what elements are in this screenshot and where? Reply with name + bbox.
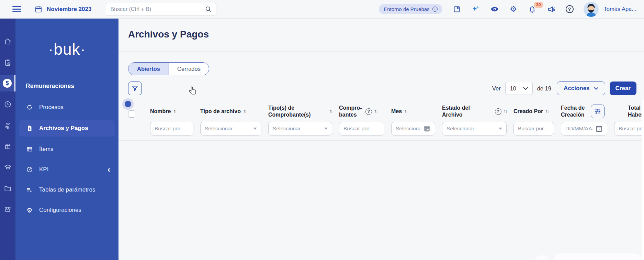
sort-icon[interactable]: ↑↓	[243, 109, 246, 114]
sparkles-ai-icon[interactable]	[471, 5, 480, 14]
column-header-nombre[interactable]: Nombre ↑↓	[150, 108, 193, 115]
filter-nombre	[150, 122, 193, 136]
filter-estado-del-archivo-select[interactable]: Seleccionar	[442, 122, 507, 136]
rail-clipboard-clock-icon[interactable]	[0, 54, 15, 71]
sidebar-item-configuraciones[interactable]: ⚙ Configuraciones	[19, 203, 115, 218]
title-divider	[118, 51, 644, 52]
filter-total-haberes-input[interactable]	[619, 126, 644, 132]
page-title: Archivos y Pagos	[128, 29, 644, 40]
column-header-fecha-de-creacion[interactable]: Fecha de Creación	[561, 105, 621, 118]
filter-tipos-de-comprobantes-select[interactable]: Seleccionar	[268, 122, 332, 136]
total-count-label: de 19	[537, 85, 551, 92]
column-header-tipo-de-archivo[interactable]: Tipo de archivo ↑↓	[200, 108, 261, 115]
environment-badge-label: Entorno de Pruebas	[384, 6, 429, 12]
column-header-creado-por[interactable]: Creado Por ↑↓	[513, 108, 554, 115]
dollar-icon: $	[3, 79, 12, 88]
column-label: Creado Por	[513, 108, 543, 115]
rail-store-icon[interactable]	[0, 201, 15, 217]
sort-icon[interactable]: ↑↓	[504, 109, 507, 114]
sort-icon[interactable]: ↑↓	[374, 109, 377, 114]
sidebar-section-title: Remuneraciones	[26, 83, 118, 90]
filter-button[interactable]	[128, 82, 142, 95]
topbar: Noviembre 2023 Entorno de Pruebas i	[0, 0, 644, 19]
filter-fecha-input[interactable]	[565, 126, 592, 132]
actions-button-label: Acciones	[564, 85, 590, 92]
calendar-icon[interactable]	[595, 125, 603, 132]
select-placeholder: Seleccionar	[273, 126, 321, 132]
rail-clock-icon[interactable]	[0, 96, 15, 112]
column-header-total-haberes[interactable]: Total Haberes	[628, 105, 644, 118]
selection-ripple-dot	[125, 101, 131, 107]
sidebar-item-items[interactable]: Ítems	[19, 142, 115, 157]
sidebar-item-label: Procesos	[39, 104, 64, 111]
filter-nombre-input[interactable]	[155, 126, 189, 132]
bookmark-icon[interactable]	[452, 5, 461, 14]
column-label: Estado del Archivo	[442, 105, 471, 118]
column-label: Compro-bantes	[339, 105, 363, 118]
tab-abiertos[interactable]: Abiertos	[128, 63, 169, 75]
column-header-comprobantes[interactable]: Compro-bantes ? ↑↓	[339, 105, 384, 118]
settings-gear-icon[interactable]: ⚙	[509, 5, 518, 14]
column-label: Mes	[391, 108, 402, 115]
column-header-estado-del-archivo[interactable]: Estado del Archivo ? ↑↓	[442, 105, 507, 118]
sidebar-item-tablas-de-parametros[interactable]: Tablas de parámetros	[19, 182, 115, 197]
chevron-down-icon	[594, 87, 598, 90]
rail-folder-icon[interactable]	[0, 180, 15, 196]
sidebar-item-label: Tablas de parámetros	[39, 186, 95, 193]
page-size-select[interactable]: 10	[505, 82, 533, 95]
sort-icon[interactable]: ↑↓	[173, 109, 176, 114]
search-icon[interactable]	[205, 6, 212, 13]
help-icon[interactable]: ?	[495, 108, 501, 115]
rail-hand-heart-icon[interactable]	[0, 117, 15, 133]
search-input[interactable]	[110, 6, 205, 12]
sidebar-item-label: Ítems	[39, 146, 54, 153]
user-avatar[interactable]	[584, 2, 599, 17]
table-body-divider	[118, 140, 644, 141]
environment-badge[interactable]: Entorno de Pruebas i	[379, 4, 442, 14]
help-icon[interactable]: ?	[566, 5, 574, 13]
period-selector[interactable]: Noviembre 2023	[34, 5, 91, 13]
rail-gift-icon[interactable]	[0, 138, 15, 154]
help-icon[interactable]: ?	[365, 108, 372, 115]
filter-creado-por-input[interactable]	[518, 126, 550, 132]
document-dollar-icon: $	[26, 125, 33, 132]
user-name[interactable]: Tomás Apa...	[604, 6, 636, 12]
sort-icon[interactable]: ↑↓	[545, 109, 549, 114]
sidebar-item-procesos[interactable]: Procesos	[19, 100, 115, 115]
actions-button[interactable]: Acciones	[557, 82, 605, 95]
column-header-mes[interactable]: Mes ↑↓	[391, 108, 435, 115]
sidebar: ·buk· Remuneraciones Procesos $ Archivos…	[15, 19, 118, 260]
sort-icon[interactable]: ↑↓	[404, 109, 407, 114]
notifications-bell-icon[interactable]: 30	[528, 5, 537, 14]
toolbar: Ver 10 de 19 Acciones Crear	[128, 82, 644, 95]
rail-graduation-icon[interactable]	[0, 159, 15, 175]
filter-comprobantes-input[interactable]	[343, 126, 380, 132]
select-all-checkbox[interactable]	[128, 110, 135, 118]
rail-remuneraciones-icon[interactable]: $	[0, 75, 15, 91]
sidebar-item-kpi[interactable]: KPI ‹	[19, 162, 115, 177]
eye-icon[interactable]	[490, 5, 499, 14]
megaphone-icon[interactable]	[547, 5, 556, 14]
table-icon	[26, 146, 33, 153]
create-button[interactable]: Crear	[610, 82, 636, 95]
sliders-icon	[594, 108, 601, 115]
filter-mes-datepicker[interactable]: Seleccionar	[391, 122, 435, 136]
refresh-icon	[26, 104, 33, 111]
collapse-left-icon[interactable]: ‹	[108, 165, 110, 174]
sidebar-item-archivos-y-pagos[interactable]: $ Archivos y Pagos	[19, 120, 115, 137]
table-header-row: Nombre ↑↓ Tipo de archivo ↑↓ Tipo(s) de …	[128, 102, 644, 120]
column-header-tipos-de-comprobantes[interactable]: Tipo(s) de Comprobante(s) ↑↓	[268, 105, 332, 118]
sort-icon[interactable]: ↑↓	[329, 109, 332, 114]
topbar-right: Entorno de Pruebas i ⚙	[379, 2, 636, 17]
rail-home-icon[interactable]	[0, 33, 15, 50]
hamburger-menu-icon[interactable]	[12, 6, 21, 12]
column-label: Fecha de Creación	[561, 105, 588, 118]
column-label: Nombre	[150, 108, 171, 115]
global-search	[106, 3, 216, 16]
column-settings-button[interactable]	[591, 105, 605, 118]
vertical-scrollbar[interactable]	[642, 100, 644, 260]
filter-tipo-de-archivo-select[interactable]: Seleccionar	[200, 122, 261, 136]
tab-cerrados[interactable]: Cerrados	[169, 63, 209, 75]
select-placeholder: Seleccionar	[447, 126, 496, 132]
list-plus-icon	[26, 186, 33, 193]
